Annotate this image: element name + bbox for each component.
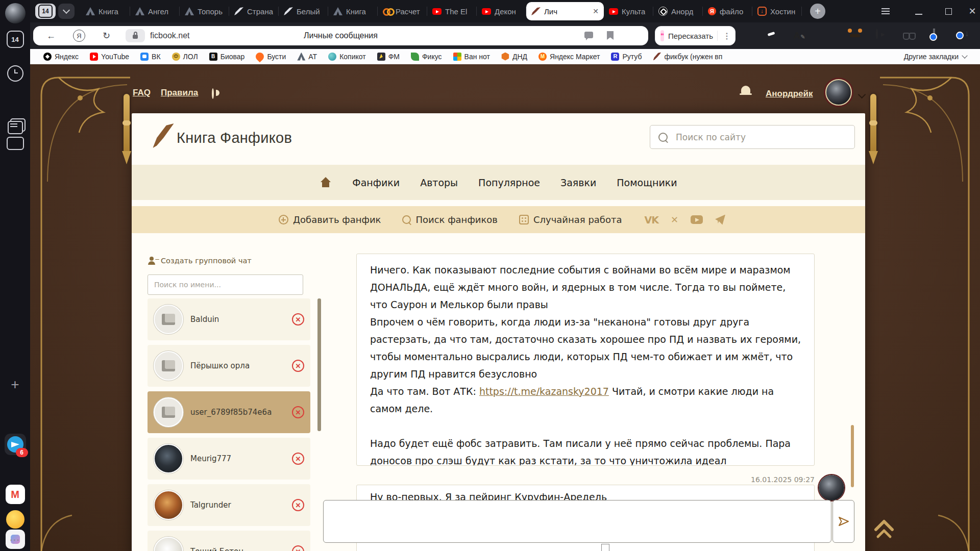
message-input[interactable] bbox=[323, 500, 831, 543]
bookmark-item[interactable]: ЛОЛ bbox=[172, 53, 198, 61]
browser-tab[interactable]: The El bbox=[427, 0, 477, 22]
send-button[interactable] bbox=[832, 500, 854, 543]
tab-counter: 14 bbox=[38, 5, 53, 18]
youtube-icon[interactable] bbox=[691, 215, 703, 224]
message-scrollbar[interactable] bbox=[851, 425, 854, 487]
chat-list-item[interactable]: Meurig777 ✕ bbox=[148, 438, 310, 480]
bookmark-item[interactable]: фикбук (нужен вп bbox=[653, 53, 723, 61]
tabs-panel-icon[interactable]: 14 bbox=[7, 31, 24, 48]
chat-search-input[interactable] bbox=[148, 281, 303, 289]
bookmark-item[interactable]: Биовар bbox=[209, 53, 245, 61]
delete-chat-icon[interactable]: ✕ bbox=[292, 545, 304, 551]
delete-chat-icon[interactable]: ✕ bbox=[292, 360, 304, 372]
telegram-app-icon[interactable]: 6 bbox=[5, 434, 26, 455]
bookmark-item[interactable]: ВК bbox=[140, 53, 161, 61]
bookmark-item[interactable]: ФМ bbox=[377, 53, 400, 61]
browser-tab[interactable]: Культа bbox=[604, 0, 653, 22]
delete-chat-icon[interactable]: ✕ bbox=[292, 453, 304, 465]
bookmark-item[interactable]: Бусти bbox=[256, 53, 286, 61]
add-fanfic-link[interactable]: Добавить фанфик bbox=[279, 214, 381, 225]
bookmark-item[interactable]: YouTube bbox=[90, 53, 129, 61]
browser-tab[interactable]: Расчет bbox=[378, 0, 427, 22]
browser-tab[interactable]: Книга bbox=[328, 0, 378, 22]
other-bookmarks-button[interactable]: Другие закладки bbox=[904, 53, 967, 61]
mail-app-icon[interactable]: M bbox=[6, 485, 25, 504]
site-search-input[interactable] bbox=[675, 132, 854, 143]
yandex-app-icon[interactable] bbox=[6, 510, 24, 529]
delete-chat-icon[interactable]: ✕ bbox=[292, 406, 304, 418]
chat-list-item[interactable]: Balduin ✕ bbox=[148, 298, 310, 340]
bookmark-item[interactable]: Копикот bbox=[328, 53, 366, 61]
nav-authors[interactable]: Авторы bbox=[420, 177, 458, 188]
home-icon[interactable] bbox=[320, 177, 332, 188]
chat-list-item[interactable]: Talgrunder ✕ bbox=[148, 484, 310, 526]
chat-list-item[interactable]: Пёрышко орла ✕ bbox=[148, 345, 310, 387]
nav-helpers[interactable]: Помощники bbox=[617, 177, 677, 188]
browser-tab[interactable]: Ангел bbox=[130, 0, 180, 22]
browser-tab[interactable]: Анорд bbox=[653, 0, 703, 22]
bookmark-item[interactable]: ДНД bbox=[501, 53, 527, 61]
create-group-chat-link[interactable]: Создать групповой чат bbox=[148, 257, 252, 265]
rules-link[interactable]: Правила bbox=[161, 88, 198, 98]
bookmark-item[interactable]: Ван нот bbox=[453, 53, 490, 61]
extension-play-icon[interactable] bbox=[876, 29, 878, 39]
site-search[interactable] bbox=[650, 125, 855, 149]
delete-chat-icon[interactable]: ✕ bbox=[292, 313, 304, 325]
bookmark-item[interactable]: АТ bbox=[297, 53, 317, 61]
faq-link[interactable]: FAQ bbox=[133, 88, 151, 98]
close-tab-icon[interactable]: ✕ bbox=[593, 7, 599, 15]
extension-page-icon[interactable] bbox=[933, 29, 935, 39]
browser-tab[interactable]: Белый bbox=[279, 0, 328, 22]
telegram-icon[interactable] bbox=[715, 215, 725, 225]
bookmark-item[interactable]: Яндекс Маркет bbox=[538, 53, 600, 61]
delete-chat-icon[interactable]: ✕ bbox=[292, 499, 304, 511]
message-link[interactable]: https://t.me/kazansky2017 bbox=[479, 386, 609, 397]
browser-tab[interactable]: Страна bbox=[229, 0, 279, 22]
browser-tab[interactable]: Декон bbox=[477, 0, 526, 22]
browser-tab[interactable]: файло bbox=[703, 0, 752, 22]
search-fanfics-link[interactable]: Поиск фанфиков bbox=[402, 214, 498, 225]
chat-list-item-selected[interactable]: user_6789f85b74e6a ✕ bbox=[148, 391, 310, 433]
new-tab-button[interactable]: + bbox=[810, 4, 825, 19]
omnibox[interactable]: ← Я ↻ ficbook.net Личные сообщения bbox=[33, 26, 648, 45]
restore-button[interactable] bbox=[938, 0, 959, 22]
browser-tab-active[interactable]: Лич ✕ bbox=[526, 2, 604, 20]
nav-popular[interactable]: Популярное bbox=[478, 177, 540, 188]
history-icon[interactable] bbox=[7, 65, 23, 82]
bookmark-item[interactable]: Яндекс bbox=[43, 53, 79, 61]
screens-icon[interactable] bbox=[7, 137, 24, 150]
chat-search[interactable] bbox=[148, 274, 303, 295]
scroll-to-top-button[interactable] bbox=[872, 515, 896, 540]
bookmark-item[interactable]: Рутуб bbox=[611, 53, 642, 61]
tab-list-dropdown[interactable] bbox=[58, 4, 75, 19]
sidebar-add-icon[interactable]: + bbox=[11, 377, 19, 393]
minimize-button[interactable] bbox=[909, 0, 929, 22]
close-window-button[interactable]: ✕ bbox=[962, 0, 980, 22]
vk-icon[interactable]: VK bbox=[645, 214, 658, 226]
chat-list-item[interactable]: Тощий Бетон ✕ bbox=[148, 531, 310, 551]
chat-list-scrollbar[interactable] bbox=[317, 298, 321, 431]
user-avatar[interactable] bbox=[825, 79, 852, 106]
site-logo-text[interactable]: Книга Фанфиков bbox=[177, 130, 292, 146]
site-logo-feather-icon[interactable] bbox=[153, 121, 174, 149]
browser-tab[interactable]: Топорь bbox=[180, 0, 229, 22]
random-work-link[interactable]: Случайная работа bbox=[519, 214, 622, 225]
retell-button[interactable]: “ Пересказать ⋮ bbox=[655, 26, 736, 45]
browser-tab[interactable]: Хостин bbox=[752, 0, 802, 22]
attachment-checkbox[interactable] bbox=[601, 544, 609, 551]
username-link[interactable]: Анордрейк bbox=[766, 89, 813, 99]
nav-fanfics[interactable]: Фанфики bbox=[352, 177, 400, 188]
notes-icon[interactable] bbox=[10, 118, 26, 132]
theme-toggle-icon[interactable] bbox=[212, 88, 214, 99]
tab-counter-button[interactable]: 14 bbox=[35, 4, 56, 19]
profile-avatar[interactable] bbox=[5, 3, 26, 23]
nav-requests[interactable]: Заявки bbox=[560, 177, 596, 188]
retell-menu-icon[interactable]: ⋮ bbox=[717, 31, 731, 41]
bookmark-item[interactable]: Фикус bbox=[411, 53, 442, 61]
sidebar-more-icon[interactable]: ⋯ bbox=[10, 534, 21, 546]
comments-icon[interactable] bbox=[584, 32, 593, 38]
extension-translate-icon[interactable]: A bbox=[793, 30, 805, 42]
browser-tab[interactable]: Книга bbox=[81, 0, 130, 22]
browser-menu-button[interactable] bbox=[875, 0, 896, 22]
x-icon[interactable]: ✕ bbox=[671, 214, 678, 225]
